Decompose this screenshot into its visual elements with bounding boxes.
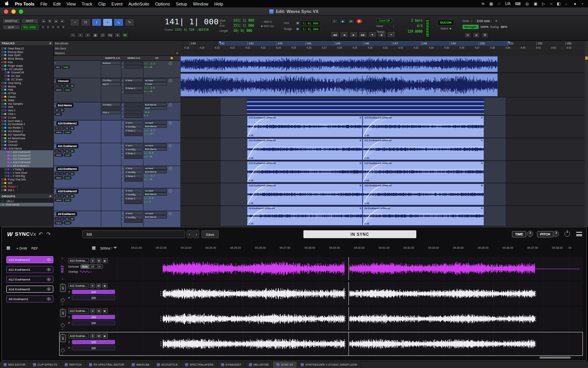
track-select-box[interactable]: [2, 65, 4, 67]
track-state-button[interactable]: I: [60, 84, 64, 87]
zoom-preset-button[interactable]: 2: [46, 25, 50, 29]
track-state-button[interactable]: S: [65, 172, 69, 175]
track-list-item[interactable]: ► A12 EndHarm4: [0, 157, 53, 161]
io-path[interactable]: End Harms: [144, 124, 167, 128]
lane-collapse-icon[interactable]: ▴: [62, 257, 63, 259]
track-item-name[interactable]: End Harms: [9, 147, 22, 150]
send-slot[interactable]: [124, 219, 143, 223]
undo-icon[interactable]: ↶: [38, 231, 43, 237]
track-state-button[interactable]: M: [70, 172, 74, 175]
lane-expand-icon[interactable]: ▾: [62, 303, 63, 305]
time-slider[interactable]: 100: [72, 315, 115, 319]
track-lane[interactable]: ⊕: [180, 56, 585, 73]
redo-icon[interactable]: ↷: [46, 231, 51, 237]
lane-track-chip[interactable]: A12 EndHar...: [68, 308, 89, 313]
edit-mode-button[interactable]: SHUFFLE: [2, 18, 20, 24]
track-list-item[interactable]: Master 1: [0, 185, 53, 188]
track-list-item[interactable]: V Love: [0, 116, 53, 119]
track-select-box[interactable]: [2, 106, 4, 108]
taskbar-item[interactable]: DYNASSIST: [218, 361, 245, 368]
plugin-lane[interactable]: ▴ 1 ▾ A11 EndHar... S M DeNoise AutoOffO…: [60, 282, 583, 305]
insert-slot[interactable]: ChnlStrp: [102, 78, 121, 82]
add-slot-button[interactable]: +: [169, 144, 172, 148]
io-path[interactable]: End Harms: [144, 170, 167, 173]
send-slot[interactable]: [124, 155, 143, 159]
send-slot[interactable]: V Delay 1: [124, 86, 143, 90]
edit-tool-button[interactable]: ◔: [70, 18, 80, 26]
volume-automation-line[interactable]: [363, 192, 484, 192]
strength-label[interactable]: Strength:: [463, 25, 479, 29]
lane-waveform-area[interactable]: [117, 307, 583, 330]
track-state-button[interactable]: S: [65, 126, 69, 130]
key-focus-icon[interactable]: [171, 57, 173, 59]
strength-value[interactable]: 100%: [480, 25, 488, 29]
pitch-slider[interactable]: 100: [72, 346, 115, 350]
lane-waveform-area[interactable]: [117, 282, 583, 305]
track-list-item[interactable]: Wocka: [0, 85, 53, 88]
track-strip[interactable]: ▾ dynread RePitch cd vol-2.2 pan+0 +: [54, 61, 180, 78]
track-name[interactable]: A12 EndHarm4: [56, 167, 78, 171]
track-list-item[interactable]: Pump That Shit: [0, 178, 53, 181]
track-select-box[interactable]: [2, 92, 4, 94]
send-slot[interactable]: [124, 111, 143, 114]
track-list-item[interactable]: ► A11 EndHarm3: [0, 154, 53, 157]
collapse-icon[interactable]: ▾: [54, 104, 56, 107]
track-state-button[interactable]: M: [70, 149, 74, 153]
clip-gain-label[interactable]: 0 dB: [249, 157, 253, 159]
pitch-toggle[interactable]: PITCH: [537, 231, 554, 237]
next-preset-button[interactable]: ›: [193, 230, 199, 238]
track-select-box[interactable]: [2, 148, 4, 149]
track-view-chip[interactable]: wave: [54, 88, 63, 91]
lane-expand-icon[interactable]: ▾: [62, 328, 63, 330]
vol-value[interactable]: -2.2: [149, 62, 155, 65]
io-path[interactable]: no input: [144, 121, 167, 124]
apple-menu[interactable]: [5, 1, 9, 7]
send-slot[interactable]: V Verb: [124, 189, 143, 192]
status-icon[interactable]: ≋: [481, 2, 485, 6]
volume-automation-line[interactable]: [363, 169, 484, 169]
track-view-chip[interactable]: dyn: [54, 66, 61, 69]
track-item-name[interactable]: V Delay 1: [13, 168, 24, 171]
zoom-arrow-button[interactable]: ◄: [41, 18, 46, 24]
audio-clip[interactable]: ⊕: [180, 73, 498, 97]
track-list-item[interactable]: A4 NeverKnew: [0, 137, 53, 140]
io-path[interactable]: End Harms: [144, 147, 167, 151]
transport-button[interactable]: ▶: [349, 31, 358, 38]
waveform-segment[interactable]: [349, 284, 535, 304]
track-item-name[interactable]: A3 DontWalk 2: [8, 123, 25, 126]
track-list-item[interactable]: ► A10 EndHarm2: [0, 150, 53, 154]
track-item-name[interactable]: Click 1: [8, 113, 16, 115]
selection-value[interactable]: 141| 1| 000: [233, 19, 254, 22]
toolbar-mini-button[interactable]: Dly: [107, 33, 113, 38]
track-view-chip[interactable]: wave: [54, 199, 63, 202]
track-list-item[interactable]: Finger snaps: [0, 64, 53, 67]
track-item-name[interactable]: Reecey Bass: [8, 51, 23, 53]
io-path[interactable]: End Harms: [144, 215, 167, 219]
track-item-name[interactable]: Wocka: [8, 85, 16, 88]
track-select-box[interactable]: [5, 172, 7, 174]
eye-icon[interactable]: [47, 297, 51, 301]
pan-value[interactable]: +0: [149, 155, 152, 158]
mute-button[interactable]: M: [96, 258, 102, 263]
menu-item[interactable]: Help: [214, 2, 223, 6]
io-path[interactable]: no input: [144, 78, 167, 82]
track-list-item[interactable]: HI Pad: [0, 91, 53, 95]
taskbar-item[interactable]: MELODYNE: [245, 361, 273, 368]
speaker-icon[interactable]: [103, 308, 108, 313]
track-view-chip[interactable]: read: [64, 221, 72, 224]
power-icon[interactable]: [564, 231, 570, 237]
pitch-knob[interactable]: [553, 231, 559, 237]
track-state-button[interactable]: S: [65, 194, 69, 198]
track-strip[interactable]: ▾A11 EndHarm3 OISM waveread aV VerbbV Ve…: [54, 143, 180, 166]
send-slot[interactable]: V VerbBig: [124, 148, 143, 151]
mute-button[interactable]: M: [96, 308, 102, 313]
preset-field[interactable]: Init: [82, 230, 185, 238]
zoom-button[interactable]: [19, 9, 23, 14]
plugin-track-name[interactable]: A12 EndHarm4: [9, 278, 45, 281]
volume-automation-line[interactable]: [247, 213, 362, 214]
zoom-out-button[interactable]: ⊖: [464, 32, 471, 38]
collapse-icon[interactable]: ▾: [54, 213, 56, 215]
send-slot[interactable]: V VerbBig: [124, 125, 143, 128]
track-view-chip[interactable]: wave: [54, 176, 63, 179]
zoom-in-button[interactable]: ⊕: [473, 32, 480, 38]
